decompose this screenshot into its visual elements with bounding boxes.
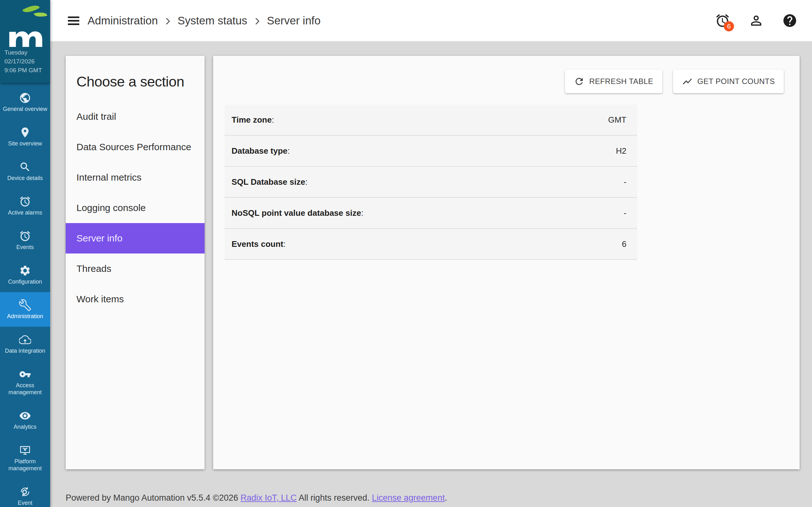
search-icon <box>19 161 31 173</box>
refresh-icon <box>574 76 585 87</box>
footer-text: All rights reserved. <box>299 493 369 503</box>
cloud-icon <box>19 334 31 346</box>
sidebar-item-analytics[interactable]: Analytics <box>0 403 50 437</box>
sidebar-item-data-integration[interactable]: Data integration <box>0 327 50 361</box>
get-point-counts-button[interactable]: GET POINT COUNTS <box>673 70 784 93</box>
line-chart-icon <box>682 76 693 87</box>
section-item-internal-metrics[interactable]: Internal metrics <box>66 162 205 193</box>
license-agreement-link[interactable]: License agreement <box>372 493 445 503</box>
globe-icon <box>19 92 31 104</box>
server-info-card: REFRESH TABLE GET POINT COUNTS Time zone… <box>213 56 800 469</box>
sidebar-item-platform-management[interactable]: Platform management <box>0 437 50 479</box>
refresh-table-button[interactable]: REFRESH TABLE <box>565 70 662 93</box>
footer-text: Powered by Mango Automation v5.5.4 ©2026 <box>66 493 238 503</box>
radix-iot-link[interactable]: Radix IoT, LLC <box>241 493 297 503</box>
section-item-logging-console[interactable]: Logging console <box>66 193 205 223</box>
table-row: NoSQL point value database size: - <box>224 198 637 229</box>
key-icon <box>19 368 31 380</box>
breadcrumb: Administration System status Server info <box>88 14 321 27</box>
user-account-button[interactable] <box>749 13 764 28</box>
section-list: Audit trail Data Sources Performance Int… <box>66 101 205 314</box>
location-pin-icon <box>19 126 31 138</box>
eye-icon <box>19 410 31 422</box>
sidebar-item-events[interactable]: Events <box>0 223 50 258</box>
sidebar-item-active-alarms[interactable]: Active alarms <box>0 188 50 223</box>
sidebar-item-device-details[interactable]: Device details <box>0 154 50 188</box>
sidebar-item-site-overview[interactable]: Site overview <box>0 119 50 154</box>
clock-time: 9:06 PM GMT <box>4 66 50 75</box>
alarm-clock-icon <box>19 230 31 242</box>
alarm-clock-icon <box>19 195 31 208</box>
sidebar-item-access-management[interactable]: Access management <box>0 361 50 403</box>
breadcrumb-system-status[interactable]: System status <box>177 14 247 27</box>
sidebar-item-general-overview[interactable]: General overview <box>0 85 50 119</box>
section-item-server-info[interactable]: Server info <box>66 223 205 253</box>
monitor-icon <box>19 444 31 456</box>
table-row: Database type: H2 <box>224 135 637 167</box>
footer: Powered by Mango Automation v5.5.4 ©2026… <box>66 493 447 503</box>
header-actions: 6 <box>715 13 798 28</box>
breadcrumb-administration[interactable]: Administration <box>88 14 158 27</box>
sidebar-item-event[interactable]: Event <box>0 479 50 507</box>
breadcrumb-server-info[interactable]: Server info <box>267 14 321 27</box>
alarms-bell-button[interactable]: 6 <box>715 13 730 28</box>
top-header: Administration System status Server info… <box>50 0 812 41</box>
sidebar: m Tuesday 02/17/2026 9:06 PM GMT General… <box>0 0 50 507</box>
chevron-right-icon <box>163 15 172 26</box>
clock-date: 02/17/2026 <box>4 57 50 66</box>
table-row: Events count: 6 <box>224 229 637 260</box>
section-item-work-items[interactable]: Work items <box>66 284 205 314</box>
section-item-audit-trail[interactable]: Audit trail <box>66 101 205 132</box>
section-chooser-card: Choose a section Audit trail Data Source… <box>66 56 205 469</box>
section-item-threads[interactable]: Threads <box>66 253 205 284</box>
table-row: SQL Database size: - <box>224 167 637 198</box>
chevron-right-icon <box>252 15 262 26</box>
app-logo: m <box>0 0 50 47</box>
clock-weekday: Tuesday <box>4 48 50 57</box>
wrench-icon <box>19 299 31 311</box>
gear-icon <box>19 265 31 277</box>
sidebar-item-configuration[interactable]: Configuration <box>0 258 50 292</box>
help-button[interactable] <box>782 13 798 28</box>
sidebar-item-administration[interactable]: Administration <box>0 292 50 327</box>
server-info-table: Time zone: GMT Database type: H2 SQL Dat… <box>224 105 637 260</box>
sync-gear-icon <box>19 486 31 498</box>
toolbar: REFRESH TABLE GET POINT COUNTS <box>565 70 784 93</box>
alarm-count-badge: 6 <box>724 21 734 32</box>
table-row: Time zone: GMT <box>224 105 637 135</box>
section-item-data-sources-performance[interactable]: Data Sources Performance <box>66 132 205 162</box>
menu-hamburger-icon[interactable] <box>68 14 79 27</box>
section-chooser-title: Choose a section <box>77 73 205 90</box>
sidebar-nav: General overview Site overview Device de… <box>0 83 50 507</box>
clock-widget: Tuesday 02/17/2026 9:06 PM GMT <box>0 47 50 83</box>
